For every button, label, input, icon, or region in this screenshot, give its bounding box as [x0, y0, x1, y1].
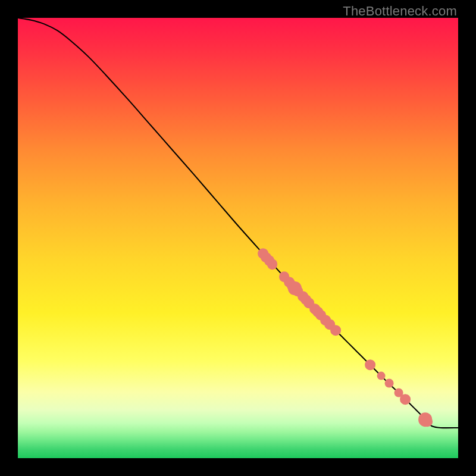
data-point: [422, 416, 433, 427]
data-point: [384, 379, 393, 388]
data-point: [377, 371, 386, 380]
data-point: [267, 259, 278, 270]
data-point: [400, 394, 411, 405]
curve-svg: [18, 18, 458, 458]
plot-area: [18, 18, 458, 458]
data-point: [330, 325, 341, 336]
chart-stage: TheBottleneck.com: [0, 0, 476, 476]
attribution-text: TheBottleneck.com: [343, 4, 457, 19]
data-point: [365, 359, 375, 370]
curve-path: [18, 18, 458, 428]
